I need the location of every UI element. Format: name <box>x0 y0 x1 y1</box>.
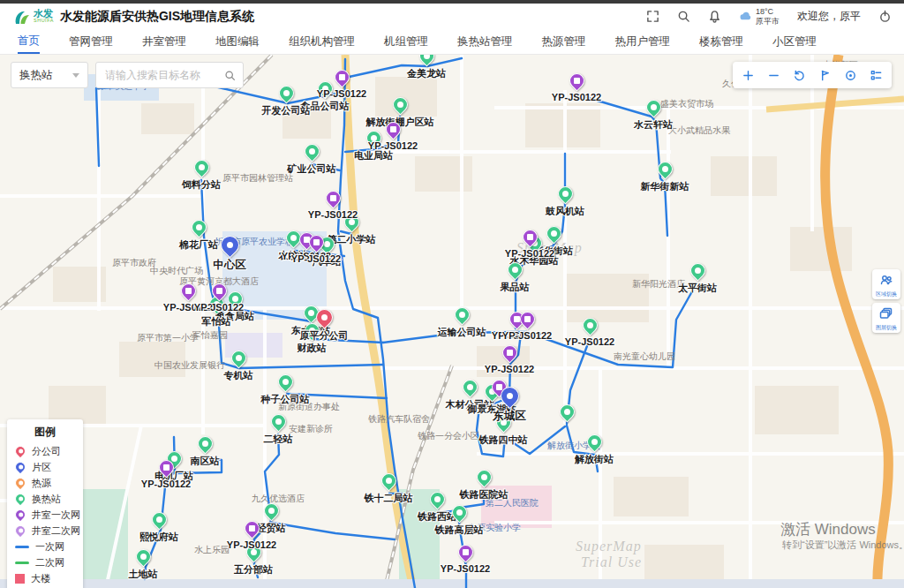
marker-label: 太平街站 <box>678 282 717 295</box>
reset-icon[interactable] <box>793 69 806 82</box>
search-category-select[interactable]: 换热站 <box>11 62 88 88</box>
tab-机组管理[interactable]: 机组管理 <box>384 29 428 54</box>
station-pin-icon[interactable] <box>451 304 472 325</box>
well1-pin-icon[interactable] <box>177 280 199 301</box>
station-pin-icon[interactable] <box>275 371 296 392</box>
station-pin-icon[interactable] <box>194 433 215 454</box>
marker-label: 电业局站 <box>354 149 393 162</box>
marker-label: 熙悦府站 <box>139 531 178 544</box>
zoom-out-icon[interactable] <box>767 69 780 82</box>
weather-city: 原平市 <box>756 17 780 26</box>
marker-label: 种子公司站 <box>261 393 310 406</box>
station-pin-icon[interactable] <box>389 94 411 115</box>
station-pin-icon[interactable] <box>378 470 399 491</box>
station-pin-icon[interactable] <box>556 401 577 422</box>
map-toolbar <box>733 62 892 88</box>
locate-icon[interactable] <box>844 69 857 82</box>
station-pin-icon[interactable] <box>579 314 600 335</box>
legend-label: 片区 <box>32 461 51 474</box>
station-pin-icon[interactable] <box>275 82 297 103</box>
weather-widget[interactable]: 18°C 原平市 <box>739 7 780 26</box>
well1-pin-icon[interactable] <box>566 70 587 91</box>
marker-label: 饲料分站 <box>182 178 221 192</box>
station-pin-icon[interactable] <box>426 488 448 509</box>
station-pin-icon[interactable] <box>260 500 282 521</box>
map-canvas[interactable]: 原平实达中学妙祥寺原平市园林管理站忻州市原平农业学校原平市政府中央时代广场原平黄… <box>0 55 904 588</box>
search-icon[interactable] <box>677 10 690 23</box>
marker-label: YP-JS0122 <box>505 248 554 259</box>
legend-label: 大楼 <box>31 572 50 585</box>
well1-pin-icon[interactable] <box>322 187 343 208</box>
marker-label: 专机站 <box>224 369 253 382</box>
station-pin-icon[interactable] <box>654 158 675 179</box>
logo-icon <box>12 9 30 25</box>
marker-label: 南区站 <box>191 455 220 468</box>
tab-热源管理[interactable]: 热源管理 <box>542 29 586 54</box>
widget-label: 图层切换 <box>875 325 898 331</box>
tab-首页[interactable]: 首页 <box>18 29 40 54</box>
legend-item: 分公司 <box>15 443 75 459</box>
search-submit-icon[interactable] <box>224 70 236 81</box>
layer-list-icon[interactable] <box>870 69 883 82</box>
bell-icon[interactable] <box>708 10 721 23</box>
logo-subtext: SHUIFA <box>34 19 54 24</box>
search-input[interactable] <box>103 68 224 82</box>
logout-icon[interactable] <box>878 10 892 23</box>
station-pin-icon[interactable] <box>148 509 170 530</box>
legend-item: 片区 <box>15 459 75 475</box>
marker-label: YP-JS0122 <box>308 209 358 220</box>
legend-label: 井室一次网 <box>32 509 80 522</box>
station-pin-icon[interactable] <box>228 347 249 368</box>
marker-label: 东城区 <box>493 409 526 424</box>
station-pin-icon[interactable] <box>643 96 664 117</box>
station-pin-icon[interactable] <box>267 411 289 432</box>
station-pin-icon[interactable] <box>584 431 605 452</box>
tab-换热站管理[interactable]: 换热站管理 <box>457 29 513 54</box>
tab-组织机构管理[interactable]: 组织机构管理 <box>289 29 355 54</box>
station-pin-icon[interactable] <box>543 222 564 244</box>
station-pin-icon[interactable] <box>416 55 437 67</box>
well1-pin-icon[interactable] <box>499 342 520 363</box>
station-pin-icon[interactable] <box>687 260 708 281</box>
marker-label: YP-JS0122 <box>227 539 276 550</box>
station-pin-icon[interactable] <box>459 376 480 397</box>
legend-item: 换热站 <box>15 491 75 507</box>
station-pin-icon[interactable] <box>554 183 576 204</box>
layers-icon <box>879 306 893 320</box>
widget-label: 区域切换 <box>875 291 898 298</box>
measure-icon[interactable] <box>818 69 832 82</box>
station-pin-icon[interactable] <box>132 546 154 567</box>
tab-小区管理[interactable]: 小区管理 <box>772 29 817 54</box>
search-category-value: 换热站 <box>19 68 53 83</box>
marker-label: 金美龙站 <box>407 67 446 80</box>
tab-井室管理[interactable]: 井室管理 <box>142 29 186 54</box>
station-pin-icon[interactable] <box>188 216 209 237</box>
station-pin-icon[interactable] <box>473 466 494 487</box>
search-input-wrap <box>95 62 244 88</box>
area-pin-icon[interactable] <box>216 232 243 259</box>
legend-swatch <box>13 460 28 475</box>
app-logo: 水发 SHUIFA <box>12 9 54 25</box>
nav-tabs: 首页管网管理井室管理地图编辑组织机构管理机组管理换热站管理热源管理热用户管理楼栋… <box>0 29 904 55</box>
marker-label: 中心区 <box>213 258 246 273</box>
tab-管网管理[interactable]: 管网管理 <box>69 29 113 54</box>
well1-pin-icon[interactable] <box>331 66 352 87</box>
tab-地图编辑[interactable]: 地图编辑 <box>215 29 260 54</box>
map-legend: 图例 分公司片区热源换热站井室一次网井室二次网一次网二次网大楼 <box>7 419 83 588</box>
marker-label: 鼓风机站 <box>546 205 584 218</box>
station-pin-icon[interactable] <box>191 156 212 177</box>
well1-pin-icon[interactable] <box>455 541 476 562</box>
tab-楼栋管理[interactable]: 楼栋管理 <box>699 29 743 54</box>
marker-label: 五分部站 <box>234 563 273 577</box>
station-pin-icon[interactable] <box>301 140 322 162</box>
users-widget[interactable]: 区域切换 <box>872 269 900 299</box>
fullscreen-icon[interactable] <box>646 10 659 23</box>
page-title: 水发能源盾安供热GIS地理信息系统 <box>60 9 254 25</box>
layers-widget[interactable]: 图层切换 <box>872 303 900 333</box>
legend-title: 图例 <box>15 425 75 440</box>
zoom-in-icon[interactable] <box>742 69 755 82</box>
tab-热用户管理[interactable]: 热用户管理 <box>615 29 671 54</box>
legend-label: 换热站 <box>32 493 61 506</box>
marker-label: 运输公司站 <box>438 326 486 339</box>
legend-swatch <box>15 562 29 564</box>
